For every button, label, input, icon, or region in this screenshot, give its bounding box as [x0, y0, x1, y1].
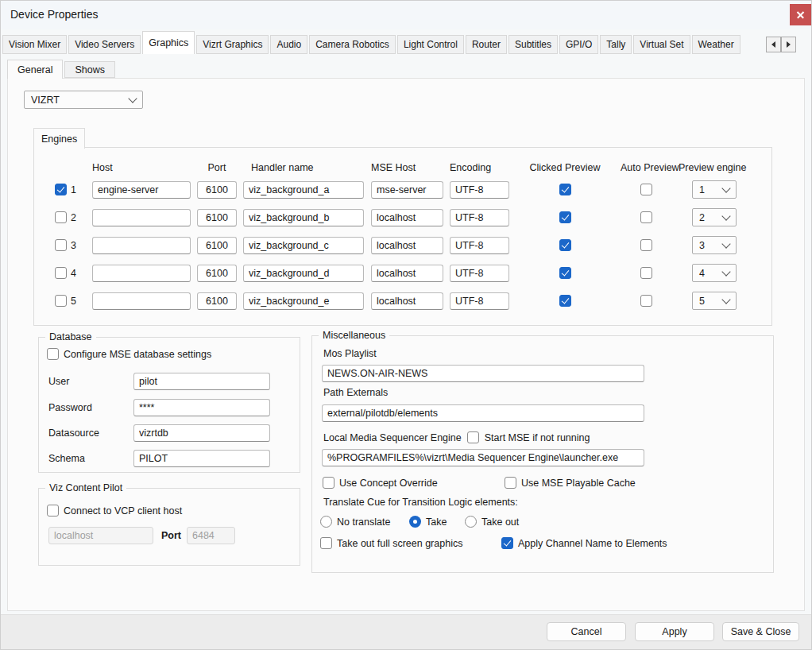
preview-engine-select[interactable]: 2 [692, 208, 737, 226]
preview-engine-select[interactable]: 5 [692, 292, 737, 310]
tab-vision-mixer[interactable]: Vision Mixer [2, 35, 67, 54]
host-input[interactable] [92, 209, 191, 226]
miscellaneous-legend: Miscellaneous [319, 330, 389, 341]
encoding-input[interactable] [450, 181, 509, 199]
start-mse-checkbox[interactable] [467, 431, 479, 443]
tab-tally[interactable]: Tally [600, 35, 632, 54]
tab-router[interactable]: Router [466, 35, 507, 54]
encoding-input[interactable] [450, 237, 509, 254]
auto-preview-checkbox[interactable] [640, 184, 652, 195]
host-input[interactable] [92, 237, 191, 254]
tab-camera-robotics[interactable]: Camera Robotics [309, 35, 396, 54]
tab-audio[interactable]: Audio [270, 35, 307, 54]
handler-name-input[interactable] [243, 237, 364, 254]
connect-vcp-checkbox[interactable] [47, 505, 59, 517]
handler-name-input[interactable] [243, 265, 364, 282]
take-out-label: Take out [481, 517, 519, 528]
tab-video-servers[interactable]: Video Servers [68, 35, 141, 54]
engine-row: 1 1 [34, 180, 771, 199]
save-and-close-button[interactable]: Save & Close [722, 622, 799, 641]
host-input[interactable] [92, 292, 191, 310]
tab-scroll-left-button[interactable] [766, 37, 781, 52]
connect-vcp-row: Connect to VCP client host [47, 505, 182, 517]
chevron-down-icon [721, 211, 730, 220]
row-enable-checkbox[interactable] [55, 239, 67, 251]
mse-host-input[interactable] [371, 292, 443, 310]
port-input[interactable] [197, 292, 237, 310]
tab-graphics[interactable]: Graphics [142, 31, 195, 54]
mse-host-input[interactable] [371, 181, 443, 199]
mos-playlist-label: Mos Playlist [323, 348, 377, 359]
password-input[interactable] [133, 399, 270, 416]
preview-engine-select[interactable]: 1 [692, 180, 737, 199]
tab-scroll-right-button[interactable] [781, 37, 796, 52]
apply-button[interactable]: Apply [635, 622, 714, 641]
auto-preview-checkbox[interactable] [640, 239, 652, 251]
engines-table-header: Host Port Handler name MSE Host Encoding… [34, 162, 771, 173]
handler-name-input[interactable] [243, 292, 364, 310]
tab-virtual-set[interactable]: Virtual Set [633, 35, 690, 54]
schema-input[interactable] [133, 450, 270, 467]
datasource-input[interactable] [133, 424, 270, 442]
footer-bar: Cancel Apply Save & Close [1, 614, 811, 650]
tab-weather[interactable]: Weather [692, 35, 740, 54]
host-input[interactable] [92, 265, 191, 282]
close-button[interactable] [790, 4, 811, 25]
viz-content-pilot-legend: Viz Content Pilot [45, 482, 126, 493]
no-translate-radio[interactable] [320, 516, 332, 528]
path-externals-input[interactable] [322, 404, 644, 422]
take-out-full-screen-checkbox[interactable] [320, 537, 332, 549]
auto-preview-checkbox[interactable] [640, 295, 652, 307]
apply-channel-name-checkbox[interactable] [501, 537, 513, 549]
encoding-input[interactable] [450, 209, 509, 226]
tab-vizrt-graphics[interactable]: Vizrt Graphics [196, 35, 269, 54]
take-radio[interactable] [409, 516, 421, 528]
engine-row: 4 4 [34, 264, 771, 282]
encoding-input[interactable] [450, 265, 509, 282]
device-type-select[interactable]: VIZRT [24, 91, 143, 109]
preview-engine-select[interactable]: 3 [692, 236, 737, 254]
mse-host-input[interactable] [371, 237, 443, 254]
port-input[interactable] [197, 237, 237, 254]
row-enable-checkbox[interactable] [55, 267, 67, 279]
mse-host-input[interactable] [371, 209, 443, 226]
use-mse-playable-cache-checkbox[interactable] [505, 477, 516, 489]
row-enable-checkbox[interactable] [55, 184, 67, 195]
encoding-input[interactable] [450, 292, 509, 310]
subtab-general[interactable]: General [7, 60, 63, 79]
mse-host-input[interactable] [371, 265, 443, 282]
preview-engine-select[interactable]: 4 [692, 264, 737, 282]
user-input[interactable] [133, 373, 270, 390]
use-concept-override-checkbox[interactable] [323, 477, 334, 489]
mos-playlist-input[interactable] [322, 365, 644, 382]
clicked-preview-checkbox[interactable] [559, 239, 571, 251]
row-enable-checkbox[interactable] [55, 211, 67, 223]
port-input[interactable] [197, 209, 237, 226]
auto-preview-checkbox[interactable] [640, 211, 652, 223]
clicked-preview-checkbox[interactable] [559, 295, 571, 307]
tab-gpi-o[interactable]: GPI/O [559, 35, 598, 54]
clicked-preview-checkbox[interactable] [559, 267, 571, 279]
clicked-preview-checkbox[interactable] [559, 184, 571, 195]
port-input[interactable] [197, 181, 237, 199]
port-input[interactable] [197, 265, 237, 282]
datasource-label: Datasource [48, 428, 133, 439]
handler-name-input[interactable] [243, 209, 364, 226]
path-externals-label: Path Externals [323, 387, 388, 398]
handler-name-input[interactable] [243, 181, 364, 199]
take-out-radio[interactable] [465, 516, 477, 528]
clicked-preview-checkbox[interactable] [559, 211, 571, 223]
configure-mse-database-checkbox[interactable] [47, 348, 59, 360]
tab-engines[interactable]: Engines [33, 128, 85, 149]
column-header-clicked-preview: Clicked Preview [509, 162, 621, 173]
host-input[interactable] [92, 181, 191, 199]
auto-preview-checkbox[interactable] [640, 267, 652, 279]
subtab-shows[interactable]: Shows [64, 61, 115, 78]
mse-launcher-path-input[interactable] [322, 449, 644, 466]
tab-light-control[interactable]: Light Control [397, 35, 464, 54]
row-enable-checkbox[interactable] [55, 295, 67, 307]
cancel-button[interactable]: Cancel [547, 622, 626, 641]
chevron-down-icon [721, 267, 730, 276]
configure-mse-database-label: Configure MSE database settings [64, 349, 211, 360]
tab-subtitles[interactable]: Subtitles [508, 35, 558, 54]
